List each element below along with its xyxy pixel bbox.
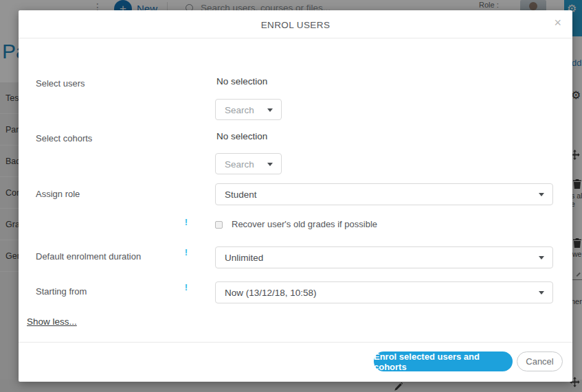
select-value: Now (13/12/18, 10:58)	[225, 288, 317, 298]
picker-placeholder: Search	[225, 159, 254, 169]
assign-role-select[interactable]: Student	[215, 183, 553, 205]
chevron-down-icon	[267, 163, 273, 166]
select-value: Unlimited	[225, 253, 263, 263]
select-cohorts-label: Select cohorts	[36, 133, 92, 143]
select-cohorts-status: No selection	[216, 131, 267, 141]
chevron-down-icon	[539, 256, 544, 260]
starting-from-select[interactable]: Now (13/12/18, 10:58)	[215, 281, 553, 303]
recover-grades-checkbox[interactable]	[215, 221, 223, 229]
enrolment-duration-select[interactable]: Unlimited	[215, 246, 553, 268]
select-value: Student	[225, 189, 257, 200]
chevron-down-icon	[539, 291, 544, 295]
select-users-label: Select users	[36, 78, 85, 89]
chevron-down-icon	[267, 108, 273, 112]
cancel-button[interactable]: Cancel	[517, 351, 563, 371]
enrol-users-modal: ENROL USERS × Select users No selection …	[19, 10, 572, 382]
help-icon[interactable]: !	[182, 217, 190, 227]
starting-from-label: Starting from	[36, 286, 87, 297]
assign-role-label: Assign role	[36, 189, 80, 199]
modal-footer-divider	[19, 342, 572, 343]
enrolment-duration-label: Default enrolment duration	[36, 251, 141, 262]
modal-header-divider	[19, 38, 572, 38]
modal-title: ENROL USERS	[19, 20, 572, 30]
recover-grades-label: Recover user's old grades if possible	[232, 219, 377, 229]
chevron-down-icon	[539, 193, 544, 196]
enrol-submit-button[interactable]: Enrol selected users and cohorts	[374, 351, 513, 371]
help-icon[interactable]: !	[182, 247, 190, 257]
select-cohorts-picker[interactable]: Search	[215, 153, 282, 174]
show-less-link[interactable]: Show less...	[27, 316, 77, 327]
close-icon[interactable]: ×	[554, 16, 561, 29]
select-users-status: No selection	[216, 76, 267, 87]
select-users-picker[interactable]: Search	[215, 99, 282, 120]
picker-placeholder: Search	[225, 104, 254, 115]
screen: ⋮ + New Search users, courses or files..…	[0, 0, 582, 392]
help-icon[interactable]: !	[182, 282, 190, 292]
